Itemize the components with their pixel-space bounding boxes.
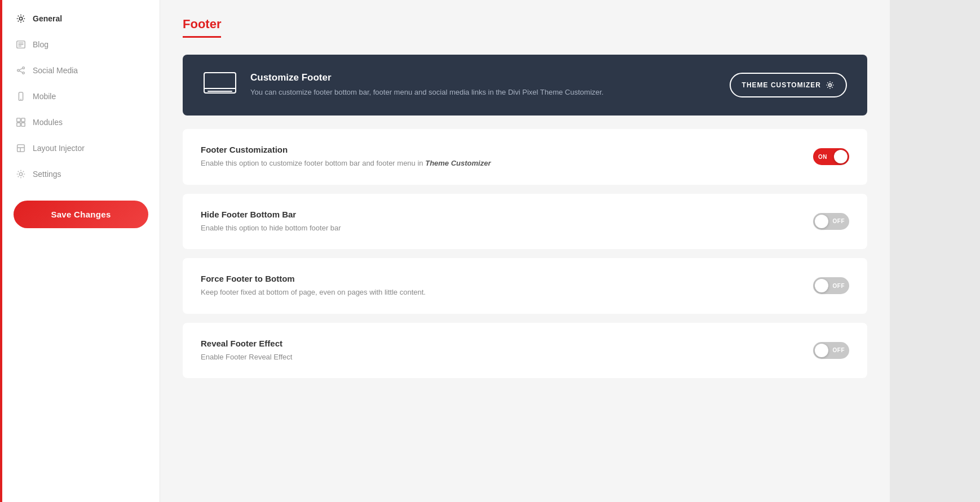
svg-point-18 [19,172,22,175]
theme-customizer-button[interactable]: THEME CUSTOMIZER [730,73,847,97]
svg-point-7 [23,72,25,74]
footer-customization-title: Footer Customization [201,145,539,154]
toggle-on-label: ON [818,154,827,160]
card-left-reveal-footer: Reveal Footer Effect Enable Footer Revea… [201,339,539,363]
force-footer-toggle[interactable]: OFF [813,277,849,294]
svg-point-6 [17,69,20,72]
sidebar-item-modules[interactable]: Modules [2,109,160,135]
mobile-icon [16,91,26,101]
toggle-off-label-2: OFF [833,283,845,289]
reveal-footer-title: Reveal Footer Effect [201,339,539,348]
force-footer-to-bottom-card: Force Footer to Bottom Keep footer fixed… [183,258,867,314]
force-footer-toggle-wrap: OFF [813,277,849,294]
footer-customization-link[interactable]: Theme Customizer [425,159,491,167]
toggle-knob-3 [815,344,828,357]
svg-rect-19 [204,73,236,93]
sidebar-item-blog[interactable]: Blog [2,32,160,57]
hide-footer-bottom-bar-card: Hide Footer Bottom Bar Enable this optio… [183,194,867,250]
sidebar-item-settings[interactable]: Settings [2,161,160,187]
svg-rect-21 [208,91,232,92]
sidebar-item-layout-injector[interactable]: Layout Injector [2,135,160,161]
card-left-force-footer: Force Footer to Bottom Keep footer fixed… [201,274,539,298]
blog-icon [16,39,26,50]
hide-footer-bottom-bar-desc: Enable this option to hide bottom footer… [201,223,539,234]
svg-line-9 [19,71,22,73]
sidebar-item-social-media[interactable]: Social Media [2,57,160,83]
toggle-knob-1 [815,215,828,228]
settings-icon [16,169,26,179]
svg-line-8 [19,68,22,70]
sidebar: General Blog Social Media Mobile [2,0,160,502]
layout-icon [16,143,26,153]
gear-icon [16,14,26,24]
social-icon [16,65,26,75]
modules-icon [16,117,26,127]
save-button-wrapper: Save Changes [2,187,160,242]
toggle-knob-2 [815,279,828,292]
sidebar-label-social-media: Social Media [33,66,78,75]
footer-customization-desc: Enable this option to customize footer b… [201,158,539,169]
customize-footer-banner: Customize Footer You can customize foote… [183,55,867,115]
save-changes-button[interactable]: Save Changes [14,201,148,228]
sidebar-label-modules: Modules [33,118,63,127]
footer-icon [203,72,237,99]
svg-rect-12 [17,118,20,122]
svg-rect-13 [21,118,25,122]
footer-customization-toggle[interactable]: ON [813,148,849,165]
toggle-knob [834,150,847,163]
banner-description: You can customize footer bottom bar, foo… [250,87,716,98]
hide-footer-bottom-bar-title: Hide Footer Bottom Bar [201,210,539,219]
footer-customization-card: Footer Customization Enable this option … [183,129,867,185]
svg-point-5 [23,67,25,69]
toggle-off-label-3: OFF [833,347,845,353]
reveal-footer-toggle-wrap: OFF [813,342,849,359]
svg-point-22 [829,84,832,87]
main-content: Footer Customize Footer You can customiz… [160,0,890,502]
sidebar-item-general[interactable]: General [2,6,160,32]
svg-rect-14 [17,123,20,126]
force-footer-title: Force Footer to Bottom [201,274,539,283]
sidebar-label-general: General [33,14,62,23]
card-left-hide-footer: Hide Footer Bottom Bar Enable this optio… [201,210,539,234]
sidebar-label-mobile: Mobile [33,92,56,101]
hide-footer-toggle[interactable]: OFF [813,213,849,230]
toggle-off-label-1: OFF [833,218,845,224]
gear-small-icon [826,81,835,90]
page-title: Footer [183,17,221,38]
sidebar-item-mobile[interactable]: Mobile [2,83,160,109]
sidebar-label-layout-injector: Layout Injector [33,144,85,153]
banner-title: Customize Footer [250,72,716,83]
sidebar-label-blog: Blog [33,40,48,49]
svg-point-0 [19,17,22,20]
card-left-footer-customization: Footer Customization Enable this option … [201,145,539,169]
reveal-footer-desc: Enable Footer Reveal Effect [201,352,539,363]
reveal-footer-toggle[interactable]: OFF [813,342,849,359]
theme-customizer-label: THEME CUSTOMIZER [742,81,821,89]
svg-rect-15 [21,123,25,126]
right-panel [890,0,980,502]
reveal-footer-effect-card: Reveal Footer Effect Enable Footer Revea… [183,323,867,379]
hide-footer-toggle-wrap: OFF [813,213,849,230]
sidebar-label-settings: Settings [33,170,61,179]
force-footer-desc: Keep footer fixed at bottom of page, eve… [201,287,539,298]
banner-text: Customize Footer You can customize foote… [250,72,716,98]
footer-customization-toggle-wrap: ON [813,148,849,165]
